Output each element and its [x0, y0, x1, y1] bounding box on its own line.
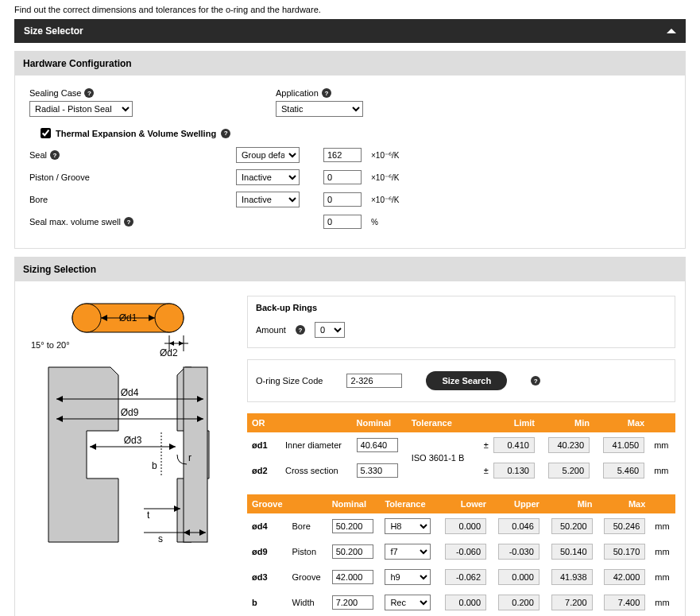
svg-text:s: s: [158, 533, 163, 544]
svg-text:r: r: [188, 452, 191, 463]
swell-label: Seal max. volume swell: [29, 217, 121, 227]
table-row: bWidthRec0.0000.2007.2007.400mm: [247, 590, 675, 615]
header-title: Size Selector: [24, 25, 83, 37]
bore-select[interactable]: Inactive: [236, 192, 300, 207]
sealing-case-select[interactable]: Radial - Piston Seal: [29, 101, 133, 117]
od1-max: 41.050: [603, 437, 644, 453]
svg-marker-10: [169, 341, 174, 346]
help-icon[interactable]: ?: [50, 150, 60, 160]
hardware-config-panel: Hardware Configuration Sealing Case? Rad…: [14, 51, 686, 249]
sizing-selection-title: Sizing Selection: [15, 258, 685, 281]
seal-label: Seal: [29, 150, 47, 160]
svg-text:Ød2: Ød2: [160, 347, 178, 358]
od1-limit: 0.410: [493, 437, 535, 453]
groove-tolerance-select[interactable]: f7: [385, 544, 431, 560]
piston-groove-label: Piston / Groove: [29, 169, 236, 186]
application-select[interactable]: Static: [276, 101, 363, 117]
svg-point-2: [155, 304, 184, 332]
table-row: ød9Pistonf7-0.060-0.03050.14050.170mm: [247, 539, 675, 564]
groove-nominal-input[interactable]: [332, 595, 373, 610]
svg-marker-25: [169, 444, 176, 450]
or-th: OR: [247, 413, 280, 432]
svg-text:b: b: [152, 460, 157, 471]
size-code-panel: O-ring Size Code Size Search ?: [247, 359, 675, 402]
size-code-input[interactable]: [346, 374, 402, 388]
groove-tolerance-select[interactable]: H8: [385, 518, 431, 534]
groove-nominal-input[interactable]: [332, 570, 373, 584]
piston-groove-select[interactable]: Inactive: [236, 169, 300, 185]
svg-text:Ød1: Ød1: [119, 312, 137, 323]
thermal-expansion-label: Thermal Expansion & Volume Swelling: [56, 129, 216, 138]
tolerance-text: ISO 3601-1 B: [407, 432, 474, 483]
collapse-icon: [667, 29, 676, 33]
hardware-config-title: Hardware Configuration: [15, 52, 685, 76]
od1-min: 40.230: [548, 437, 590, 453]
unit-label: %: [371, 218, 419, 227]
seal-select[interactable]: Group default: [236, 147, 300, 163]
svg-point-1: [72, 304, 101, 332]
groove-tolerance-select[interactable]: h9: [385, 569, 431, 585]
size-code-label: O-ring Size Code: [256, 376, 323, 385]
help-icon[interactable]: ?: [531, 376, 540, 385]
unit-label: ×10⁻⁶/K: [371, 196, 419, 204]
svg-marker-11: [179, 341, 184, 346]
svg-text:t: t: [147, 509, 150, 521]
amount-label: Amount: [256, 325, 286, 335]
table-row: ød3Grooveh9-0.0620.00041.93842.000mm: [247, 564, 675, 590]
unit-label: ×10⁻⁶/K: [371, 151, 419, 160]
sealing-case-label: Sealing Case: [29, 88, 81, 98]
od2-max: 5.460: [603, 463, 644, 478]
table-row: ød1 Inner diameter ISO 3601-1 B ± 0.410 …: [247, 432, 675, 458]
svg-text:Ød9: Ød9: [121, 407, 139, 418]
backup-rings-title: Back-up Rings: [248, 296, 675, 319]
help-icon[interactable]: ?: [322, 88, 331, 98]
backup-rings-panel: Back-up Rings Amount ? 0: [247, 296, 675, 348]
od2-nominal-input[interactable]: [357, 463, 398, 478]
od2-limit: 0.130: [493, 463, 535, 478]
svg-text:15° to 20°: 15° to 20°: [31, 340, 70, 350]
application-label: Application: [276, 88, 319, 98]
size-selector-header[interactable]: Size Selector: [14, 19, 686, 43]
svg-marker-24: [90, 444, 96, 450]
svg-text:Ød3: Ød3: [124, 435, 142, 446]
bore-input[interactable]: [323, 192, 362, 207]
svg-text:Ød4: Ød4: [121, 387, 139, 398]
or-table: OR Nominal Tolerance Limit Min Max ød1 I…: [247, 413, 675, 483]
groove-table: Groove Nominal Tolerance Lower Upper Min…: [247, 494, 675, 616]
thermal-expansion-checkbox[interactable]: [41, 128, 51, 138]
groove-nominal-input[interactable]: [332, 544, 373, 559]
size-search-button[interactable]: Size Search: [426, 371, 507, 390]
intro-text: Find out the correct dimensions and tole…: [0, 0, 700, 19]
help-icon[interactable]: ?: [124, 217, 133, 227]
piston-groove-input[interactable]: [323, 170, 362, 184]
sizing-selection-panel: Sizing Selection Ød1: [14, 257, 686, 616]
help-icon[interactable]: ?: [221, 129, 230, 138]
unit-label: ×10⁻⁶/K: [371, 173, 419, 182]
seal-input[interactable]: [323, 148, 362, 162]
amount-select[interactable]: 0: [315, 322, 345, 338]
groove-tolerance-select[interactable]: Rec: [385, 595, 431, 610]
svg-rect-14: [184, 367, 207, 542]
od2-min: 5.200: [548, 463, 590, 478]
help-icon[interactable]: ?: [296, 325, 305, 335]
swell-input[interactable]: [323, 215, 362, 229]
bore-label: Bore: [29, 191, 236, 208]
table-row: ød4BoreH80.0000.04650.20050.246mm: [247, 513, 675, 539]
groove-diagram: Ød1 Ød2 15° to 20° Ød4: [25, 296, 231, 616]
help-icon[interactable]: ?: [84, 88, 94, 98]
groove-nominal-input[interactable]: [332, 519, 373, 533]
od1-nominal-input[interactable]: [357, 438, 398, 452]
